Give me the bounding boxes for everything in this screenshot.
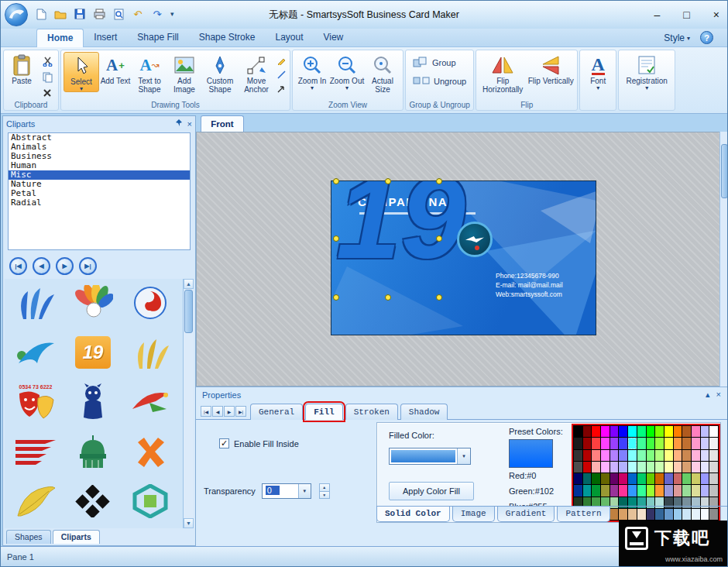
palette-color[interactable] xyxy=(592,438,600,448)
palette-color[interactable] xyxy=(583,485,592,496)
palette-color[interactable] xyxy=(610,462,619,472)
palette-color[interactable] xyxy=(701,473,709,484)
selection-handle[interactable] xyxy=(333,294,339,301)
new-document-icon[interactable] xyxy=(33,5,49,23)
clipart-category-human[interactable]: Human xyxy=(9,161,190,170)
tab-image[interactable]: Image xyxy=(452,507,495,522)
palette-color[interactable] xyxy=(674,438,682,448)
palette-color[interactable] xyxy=(637,426,646,437)
print-preview-icon[interactable] xyxy=(111,5,126,23)
open-folder-icon[interactable] xyxy=(53,5,68,23)
palette-color[interactable] xyxy=(709,426,718,437)
card-logo[interactable] xyxy=(457,222,493,257)
clipart-orange-cross[interactable] xyxy=(125,429,175,474)
clipart-bird-swoosh[interactable] xyxy=(11,330,60,375)
tab-layout[interactable]: Layout xyxy=(265,29,313,47)
palette-color[interactable] xyxy=(628,426,637,437)
chevron-down-icon[interactable]: ▾ xyxy=(457,448,470,464)
palette-color[interactable] xyxy=(637,462,646,472)
tab-shape-stroke[interactable]: Shape Stroke xyxy=(189,29,266,47)
close-panel-icon[interactable]: × xyxy=(187,119,192,129)
text-to-shape-button[interactable]: A↝ Text to Shape xyxy=(132,52,167,94)
filled-color-dropdown[interactable]: ▾ xyxy=(389,448,471,465)
palette-color[interactable] xyxy=(592,473,600,484)
palette-color[interactable] xyxy=(637,450,646,461)
clipart-cube-logo[interactable] xyxy=(125,479,175,524)
clipart-peacock-fan[interactable] xyxy=(68,280,118,325)
clipart-black-diamonds[interactable] xyxy=(68,479,118,524)
palette-color[interactable] xyxy=(610,438,619,448)
zoom-in-button[interactable]: Zoom In ▾ xyxy=(295,52,329,91)
palette-color[interactable] xyxy=(664,450,673,461)
palette-color[interactable] xyxy=(647,426,655,437)
palette-color[interactable] xyxy=(583,426,592,437)
tab-pattern[interactable]: Pattern xyxy=(557,507,610,522)
pin-icon[interactable] xyxy=(175,119,183,129)
palette-color[interactable] xyxy=(709,462,718,472)
font-button[interactable]: A Font ▾ xyxy=(582,52,613,91)
palette-color[interactable] xyxy=(619,485,627,496)
palette-color[interactable] xyxy=(647,485,655,496)
palette-color[interactable] xyxy=(655,473,664,484)
selection-handle[interactable] xyxy=(436,294,442,301)
tab-fill[interactable]: Fill xyxy=(305,404,342,420)
app-logo-icon[interactable] xyxy=(5,3,28,26)
spin-down-icon[interactable]: ▼ xyxy=(320,492,329,499)
palette-color[interactable] xyxy=(647,438,655,448)
scroll-up-icon[interactable]: ▲ xyxy=(184,279,194,289)
add-image-button[interactable]: Add Image xyxy=(167,52,201,94)
clipart-bird-plane[interactable] xyxy=(125,380,175,424)
palette-color[interactable] xyxy=(647,462,655,472)
next-tab-button[interactable]: ▶ xyxy=(224,406,235,417)
spin-up-icon[interactable]: ▲ xyxy=(320,484,329,492)
palette-color[interactable] xyxy=(655,426,664,437)
palette-color[interactable] xyxy=(692,473,700,484)
palette-color[interactable] xyxy=(682,462,691,472)
palette-color[interactable] xyxy=(682,473,691,484)
palette-color[interactable] xyxy=(637,438,646,448)
palette-color[interactable] xyxy=(574,462,582,472)
palette-color[interactable] xyxy=(701,485,709,496)
palette-color[interactable] xyxy=(674,426,682,437)
clipart-nineteen-card[interactable]: 19 xyxy=(68,330,118,375)
palette-color[interactable] xyxy=(592,426,600,437)
style-button[interactable]: Style ▾ xyxy=(664,31,690,45)
palette-color[interactable] xyxy=(574,485,582,496)
palette-color[interactable] xyxy=(709,438,718,448)
palette-color[interactable] xyxy=(628,438,637,448)
clipart-swirl-ball[interactable] xyxy=(125,280,175,325)
palette-color[interactable] xyxy=(655,450,664,461)
minimize-button[interactable]: – xyxy=(654,9,661,21)
tab-gradient[interactable]: Gradient xyxy=(497,507,555,522)
palette-color[interactable] xyxy=(574,473,582,484)
palette-color[interactable] xyxy=(682,438,691,448)
transparency-combobox[interactable]: 0 ▾ xyxy=(262,483,311,499)
first-page-button[interactable]: |◀ xyxy=(9,257,27,275)
arrow-tool-icon[interactable] xyxy=(276,83,287,94)
tab-insert[interactable]: Insert xyxy=(84,29,127,47)
selection-handle[interactable] xyxy=(333,178,339,184)
maximize-button[interactable]: □ xyxy=(683,9,689,21)
palette-color[interactable] xyxy=(574,426,582,437)
select-tool-button[interactable]: Select ▾ xyxy=(64,52,99,92)
palette-color[interactable] xyxy=(647,473,655,484)
selection-handle[interactable] xyxy=(385,178,391,184)
clipart-hands-blue[interactable] xyxy=(11,280,60,325)
last-tab-button[interactable]: ▶| xyxy=(235,406,246,417)
palette-color[interactable] xyxy=(592,485,600,496)
add-text-button[interactable]: A+ Add Text xyxy=(99,52,132,85)
palette-color[interactable] xyxy=(619,462,627,472)
clipart-category-radial[interactable]: Radial xyxy=(9,198,190,208)
palette-color[interactable] xyxy=(674,462,682,472)
palette-color[interactable] xyxy=(682,485,691,496)
tab-cliparts[interactable]: Cliparts xyxy=(53,530,100,544)
undo-icon[interactable]: ↶ xyxy=(130,5,146,23)
palette-color[interactable] xyxy=(664,462,673,472)
prev-tab-button[interactable]: ◀ xyxy=(212,406,223,417)
tab-shapes[interactable]: Shapes xyxy=(6,530,51,544)
front-tab[interactable]: Front xyxy=(201,115,244,132)
clipart-theater-masks[interactable]: 0534 73 6222 xyxy=(11,380,60,424)
palette-color[interactable] xyxy=(709,485,718,496)
print-icon[interactable] xyxy=(91,5,107,23)
palette-color[interactable] xyxy=(619,426,627,437)
